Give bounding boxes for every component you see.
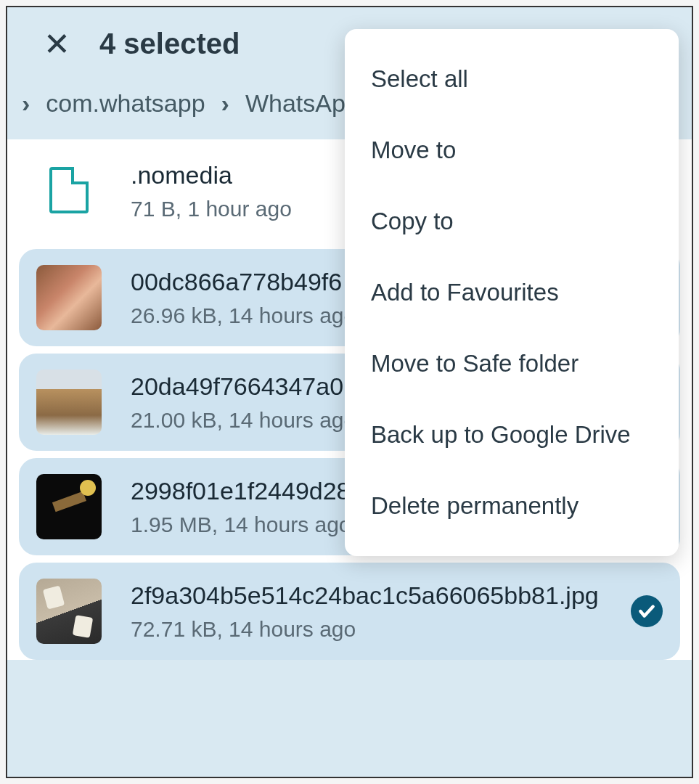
file-thumbnail: [36, 369, 102, 435]
chevron-right-icon: ›: [221, 89, 229, 118]
file-thumbnail: [36, 474, 102, 539]
file-row[interactable]: 2f9a304b5e514c24bac1c5a66065bb81.jpg 72.…: [19, 563, 680, 660]
breadcrumb-item[interactable]: WhatsAp: [245, 89, 346, 118]
file-thumbnail: [36, 579, 102, 644]
close-icon[interactable]: ✕: [44, 28, 70, 60]
menu-item-backup-drive[interactable]: Back up to Google Drive: [345, 399, 679, 470]
file-icon: [49, 167, 89, 213]
selected-check-icon[interactable]: [631, 595, 663, 627]
file-meta: 72.71 kB, 14 hours ago: [131, 617, 602, 642]
file-info: 2f9a304b5e514c24bac1c5a66065bb81.jpg 72.…: [131, 580, 602, 642]
menu-item-move-to[interactable]: Move to: [345, 115, 679, 186]
selection-count: 4 selected: [99, 28, 240, 60]
breadcrumb-item[interactable]: com.whatsapp: [46, 89, 205, 118]
menu-item-delete-permanently[interactable]: Delete permanently: [345, 470, 679, 542]
menu-item-copy-to[interactable]: Copy to: [345, 186, 679, 257]
chevron-right-icon: ›: [22, 89, 30, 118]
context-menu: Select all Move to Copy to Add to Favour…: [345, 29, 679, 556]
menu-item-select-all[interactable]: Select all: [345, 44, 679, 115]
menu-item-add-favourites[interactable]: Add to Favourites: [345, 257, 679, 328]
menu-item-move-safe[interactable]: Move to Safe folder: [345, 328, 679, 399]
file-name: 2f9a304b5e514c24bac1c5a66065bb81.jpg: [131, 580, 602, 611]
file-thumbnail: [36, 265, 102, 330]
play-icon: [80, 480, 96, 496]
